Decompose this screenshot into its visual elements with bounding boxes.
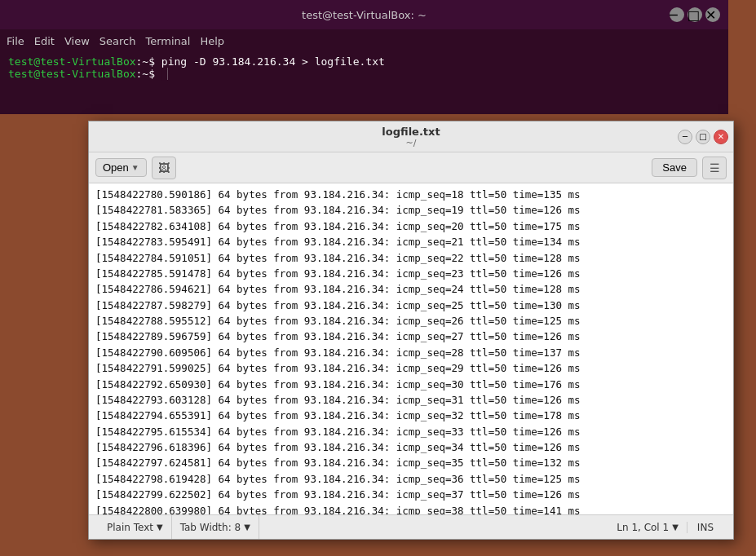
editor-statusbar: Plain Text ▼ Tab Width: 8 ▼ Ln 1, Col 1 … <box>89 514 733 539</box>
toolbar-image-button[interactable]: 🖼 <box>152 157 176 179</box>
cursor-position-label: Ln 1, Col 1 <box>617 522 669 533</box>
editor-maximize-button[interactable]: □ <box>696 130 710 144</box>
editor-minimize-button[interactable]: ─ <box>678 130 692 144</box>
editor-content[interactable]: [1548422780.590186] 64 bytes from 93.184… <box>89 183 733 514</box>
open-dropdown-arrow: ▼ <box>131 163 139 172</box>
save-button[interactable]: Save <box>652 158 697 177</box>
terminal-command-1: :~$ ping -D 93.184.216.34 > logfile.txt <box>136 55 385 68</box>
terminal-prompt-1: test@test-VirtualBox <box>8 55 136 68</box>
save-label: Save <box>662 161 687 174</box>
editor-close-button[interactable]: ✕ <box>714 130 728 144</box>
cursor-position-status[interactable]: Ln 1, Col 1 ▼ <box>608 522 687 533</box>
tab-width-status[interactable]: Tab Width: 8 ▼ <box>172 515 259 539</box>
editor-filename: logfile.txt <box>382 126 440 138</box>
editor-toolbar: Open ▼ 🖼 Save ☰ <box>89 152 733 183</box>
terminal-title: test@test-VirtualBox: ~ <box>302 9 427 21</box>
plain-text-chevron: ▼ <box>157 523 163 532</box>
tab-width-chevron: ▼ <box>244 523 250 532</box>
image-icon: 🖼 <box>158 161 170 174</box>
terminal-content: test@test-VirtualBox:~$ ping -D 93.184.2… <box>0 52 728 83</box>
editor-window-controls: ─ □ ✕ <box>678 130 728 144</box>
terminal-minimize-button[interactable]: ─ <box>670 7 684 22</box>
hamburger-icon: ☰ <box>710 161 720 174</box>
cursor-position-chevron: ▼ <box>672 523 679 532</box>
menu-search[interactable]: Search <box>99 35 136 47</box>
terminal-window-controls: ─ □ ✕ <box>670 7 720 22</box>
hamburger-menu-button[interactable]: ☰ <box>702 157 727 179</box>
menu-view[interactable]: View <box>64 35 90 47</box>
terminal-line-1: test@test-VirtualBox:~$ ping -D 93.184.2… <box>8 55 720 68</box>
plain-text-status[interactable]: Plain Text ▼ <box>99 515 172 539</box>
statusbar-right: Ln 1, Col 1 ▼ INS <box>608 522 723 533</box>
open-button[interactable]: Open ▼ <box>95 158 147 177</box>
menu-help[interactable]: Help <box>200 35 224 47</box>
plain-text-label: Plain Text <box>107 522 153 533</box>
editor-window: logfile.txt ~/ ─ □ ✕ Open ▼ 🖼 Save ☰ [15… <box>88 121 734 540</box>
tab-width-label: Tab Width: 8 <box>180 522 241 533</box>
terminal-menubar: File Edit View Search Terminal Help <box>0 29 728 52</box>
terminal-window: test@test-VirtualBox: ~ ─ □ ✕ File Edit … <box>0 0 728 114</box>
menu-edit[interactable]: Edit <box>34 35 55 47</box>
terminal-titlebar: test@test-VirtualBox: ~ ─ □ ✕ <box>0 0 728 29</box>
terminal-line-2: test@test-VirtualBox:~$ █ <box>8 68 720 80</box>
editor-text: [1548422780.590186] 64 bytes from 93.184… <box>95 187 727 514</box>
editor-filepath: ~/ <box>382 138 440 148</box>
insert-mode-label: INS <box>687 522 723 533</box>
editor-title: logfile.txt ~/ <box>382 126 440 148</box>
terminal-command-2: :~$ █ <box>136 68 168 80</box>
terminal-prompt-2: test@test-VirtualBox <box>8 68 136 80</box>
menu-terminal[interactable]: Terminal <box>145 35 190 47</box>
terminal-close-button[interactable]: ✕ <box>705 7 720 22</box>
editor-titlebar: logfile.txt ~/ ─ □ ✕ <box>89 121 733 152</box>
open-label: Open <box>103 161 129 174</box>
menu-file[interactable]: File <box>7 35 24 47</box>
terminal-maximize-button[interactable]: □ <box>687 7 702 22</box>
